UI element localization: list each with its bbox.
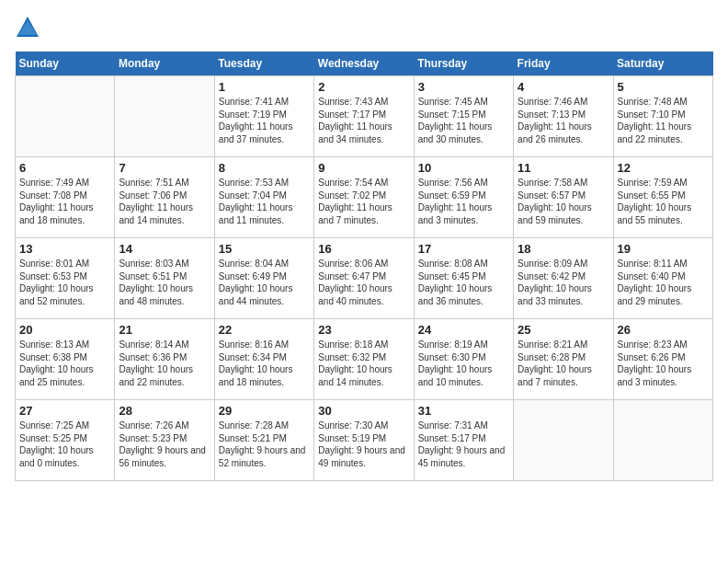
day-number: 9 [318, 161, 409, 175]
day-detail: Sunrise: 7:41 AM Sunset: 7:19 PM Dayligh… [219, 96, 310, 145]
day-number: 19 [618, 242, 709, 256]
day-detail: Sunrise: 8:09 AM Sunset: 6:42 PM Dayligh… [518, 258, 609, 307]
calendar-cell: 11Sunrise: 7:58 AM Sunset: 6:57 PM Dayli… [514, 157, 613, 238]
day-number: 1 [219, 80, 310, 94]
calendar-cell: 6Sunrise: 7:49 AM Sunset: 7:08 PM Daylig… [16, 157, 115, 238]
calendar-cell: 3Sunrise: 7:45 AM Sunset: 7:15 PM Daylig… [414, 76, 513, 157]
calendar-week-1: 1Sunrise: 7:41 AM Sunset: 7:19 PM Daylig… [16, 76, 713, 157]
day-number: 29 [219, 404, 310, 418]
day-detail: Sunrise: 7:45 AM Sunset: 7:15 PM Dayligh… [418, 96, 509, 145]
logo-icon [15, 15, 40, 40]
day-number: 7 [119, 161, 210, 175]
day-number: 16 [318, 242, 409, 256]
weekday-header-sunday: Sunday [16, 52, 115, 76]
weekday-header-thursday: Thursday [414, 52, 513, 76]
day-number: 17 [418, 242, 509, 256]
svg-marker-1 [18, 20, 37, 35]
day-number: 11 [518, 161, 609, 175]
day-detail: Sunrise: 8:16 AM Sunset: 6:34 PM Dayligh… [219, 339, 310, 388]
calendar-cell: 16Sunrise: 8:06 AM Sunset: 6:47 PM Dayli… [314, 238, 414, 319]
day-detail: Sunrise: 7:28 AM Sunset: 5:21 PM Dayligh… [219, 419, 310, 469]
weekday-header-wednesday: Wednesday [314, 52, 414, 76]
calendar-cell: 12Sunrise: 7:59 AM Sunset: 6:55 PM Dayli… [613, 157, 712, 238]
calendar-cell: 2Sunrise: 7:43 AM Sunset: 7:17 PM Daylig… [314, 76, 414, 157]
calendar-cell: 7Sunrise: 7:51 AM Sunset: 7:06 PM Daylig… [115, 157, 214, 238]
day-number: 24 [418, 323, 509, 337]
day-detail: Sunrise: 7:31 AM Sunset: 5:17 PM Dayligh… [418, 419, 509, 469]
day-number: 26 [618, 323, 709, 337]
day-number: 25 [518, 323, 609, 337]
day-number: 13 [19, 242, 110, 256]
day-detail: Sunrise: 8:11 AM Sunset: 6:40 PM Dayligh… [618, 258, 709, 307]
day-detail: Sunrise: 7:25 AM Sunset: 5:25 PM Dayligh… [19, 419, 110, 469]
calendar-cell [613, 400, 712, 481]
weekday-header-monday: Monday [115, 52, 214, 76]
day-detail: Sunrise: 8:21 AM Sunset: 6:28 PM Dayligh… [518, 339, 609, 388]
calendar-cell: 27Sunrise: 7:25 AM Sunset: 5:25 PM Dayli… [16, 400, 115, 481]
day-detail: Sunrise: 7:48 AM Sunset: 7:10 PM Dayligh… [618, 96, 709, 145]
calendar-cell: 9Sunrise: 7:54 AM Sunset: 7:02 PM Daylig… [314, 157, 414, 238]
calendar-cell: 8Sunrise: 7:53 AM Sunset: 7:04 PM Daylig… [214, 157, 313, 238]
day-number: 8 [219, 161, 310, 175]
weekday-header-row: SundayMondayTuesdayWednesdayThursdayFrid… [16, 52, 713, 76]
day-number: 5 [618, 80, 709, 94]
day-detail: Sunrise: 7:46 AM Sunset: 7:13 PM Dayligh… [518, 96, 609, 145]
calendar-week-3: 13Sunrise: 8:01 AM Sunset: 6:53 PM Dayli… [16, 238, 713, 319]
day-number: 4 [518, 80, 609, 94]
weekday-header-friday: Friday [514, 52, 613, 76]
calendar-cell: 15Sunrise: 8:04 AM Sunset: 6:49 PM Dayli… [214, 238, 313, 319]
calendar-cell [514, 400, 613, 481]
calendar-cell: 26Sunrise: 8:23 AM Sunset: 6:26 PM Dayli… [613, 319, 712, 400]
day-number: 18 [518, 242, 609, 256]
day-number: 3 [418, 80, 509, 94]
day-number: 21 [119, 323, 210, 337]
weekday-header-saturday: Saturday [613, 52, 712, 76]
day-number: 6 [19, 161, 110, 175]
day-detail: Sunrise: 7:49 AM Sunset: 7:08 PM Dayligh… [19, 177, 110, 226]
day-detail: Sunrise: 8:06 AM Sunset: 6:47 PM Dayligh… [318, 258, 409, 307]
day-number: 2 [318, 80, 409, 94]
day-detail: Sunrise: 7:56 AM Sunset: 6:59 PM Dayligh… [418, 177, 509, 226]
day-number: 22 [219, 323, 310, 337]
calendar-cell: 19Sunrise: 8:11 AM Sunset: 6:40 PM Dayli… [613, 238, 712, 319]
day-detail: Sunrise: 7:58 AM Sunset: 6:57 PM Dayligh… [518, 177, 609, 226]
day-detail: Sunrise: 8:01 AM Sunset: 6:53 PM Dayligh… [19, 258, 110, 307]
day-number: 30 [318, 404, 409, 418]
calendar-cell: 25Sunrise: 8:21 AM Sunset: 6:28 PM Dayli… [514, 319, 613, 400]
calendar-cell: 23Sunrise: 8:18 AM Sunset: 6:32 PM Dayli… [314, 319, 414, 400]
calendar-cell: 17Sunrise: 8:08 AM Sunset: 6:45 PM Dayli… [414, 238, 513, 319]
calendar-cell: 24Sunrise: 8:19 AM Sunset: 6:30 PM Dayli… [414, 319, 513, 400]
day-detail: Sunrise: 7:53 AM Sunset: 7:04 PM Dayligh… [219, 177, 310, 226]
calendar-cell: 20Sunrise: 8:13 AM Sunset: 6:38 PM Dayli… [16, 319, 115, 400]
calendar-cell: 14Sunrise: 8:03 AM Sunset: 6:51 PM Dayli… [115, 238, 214, 319]
day-number: 20 [19, 323, 110, 337]
calendar-cell: 31Sunrise: 7:31 AM Sunset: 5:17 PM Dayli… [414, 400, 513, 481]
calendar-cell: 18Sunrise: 8:09 AM Sunset: 6:42 PM Dayli… [514, 238, 613, 319]
day-detail: Sunrise: 7:51 AM Sunset: 7:06 PM Dayligh… [119, 177, 210, 226]
calendar-cell [16, 76, 115, 157]
page-header [15, 15, 713, 40]
day-number: 28 [119, 404, 210, 418]
calendar-cell: 30Sunrise: 7:30 AM Sunset: 5:19 PM Dayli… [314, 400, 414, 481]
day-number: 31 [418, 404, 509, 418]
calendar-week-4: 20Sunrise: 8:13 AM Sunset: 6:38 PM Dayli… [16, 319, 713, 400]
day-detail: Sunrise: 7:26 AM Sunset: 5:23 PM Dayligh… [119, 419, 210, 469]
day-detail: Sunrise: 8:23 AM Sunset: 6:26 PM Dayligh… [618, 339, 709, 388]
calendar-week-5: 27Sunrise: 7:25 AM Sunset: 5:25 PM Dayli… [16, 400, 713, 481]
calendar-cell: 21Sunrise: 8:14 AM Sunset: 6:36 PM Dayli… [115, 319, 214, 400]
calendar-cell: 13Sunrise: 8:01 AM Sunset: 6:53 PM Dayli… [16, 238, 115, 319]
calendar-cell: 28Sunrise: 7:26 AM Sunset: 5:23 PM Dayli… [115, 400, 214, 481]
day-detail: Sunrise: 8:18 AM Sunset: 6:32 PM Dayligh… [318, 339, 409, 388]
day-detail: Sunrise: 8:03 AM Sunset: 6:51 PM Dayligh… [119, 258, 210, 307]
day-number: 14 [119, 242, 210, 256]
logo [15, 15, 44, 40]
calendar-cell [115, 76, 214, 157]
day-detail: Sunrise: 8:04 AM Sunset: 6:49 PM Dayligh… [219, 258, 310, 307]
calendar-cell: 1Sunrise: 7:41 AM Sunset: 7:19 PM Daylig… [214, 76, 313, 157]
calendar-cell: 10Sunrise: 7:56 AM Sunset: 6:59 PM Dayli… [414, 157, 513, 238]
day-detail: Sunrise: 8:19 AM Sunset: 6:30 PM Dayligh… [418, 339, 509, 388]
day-number: 12 [618, 161, 709, 175]
day-detail: Sunrise: 7:54 AM Sunset: 7:02 PM Dayligh… [318, 177, 409, 226]
day-detail: Sunrise: 8:13 AM Sunset: 6:38 PM Dayligh… [19, 339, 110, 388]
day-detail: Sunrise: 7:30 AM Sunset: 5:19 PM Dayligh… [318, 419, 409, 469]
